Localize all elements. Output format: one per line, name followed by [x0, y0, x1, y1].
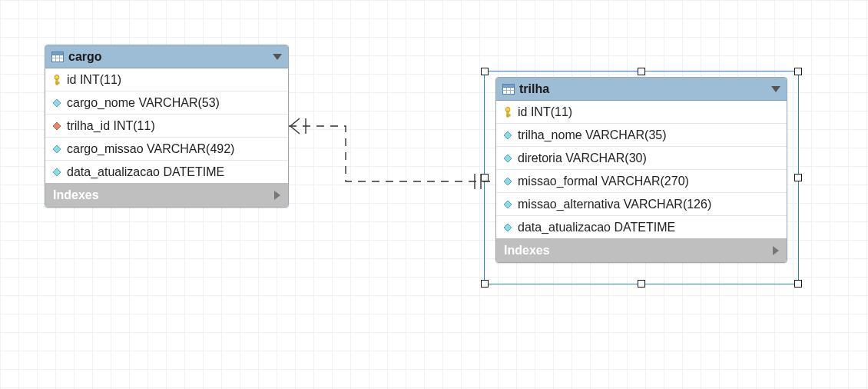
resize-handle-e[interactable]	[794, 174, 802, 181]
cargo-column-row[interactable]: id INT(11)	[45, 68, 288, 91]
svg-rect-1	[52, 52, 64, 55]
svg-rect-7	[56, 82, 59, 84]
entity-cargo-columns: id INT(11)cargo_nome VARCHAR(53)trilha_i…	[45, 68, 288, 184]
column-icon	[502, 176, 513, 187]
trilha-column-row[interactable]: diretoria VARCHAR(30)	[496, 147, 787, 170]
column-label: trilha_nome VARCHAR(35)	[518, 128, 780, 142]
entity-cargo-header[interactable]: cargo	[45, 45, 288, 68]
resize-handle-se[interactable]	[794, 280, 802, 288]
column-icon	[502, 222, 513, 233]
collapse-icon[interactable]	[771, 86, 780, 92]
trilha-column-row[interactable]: missao_formal VARCHAR(270)	[496, 170, 787, 193]
primary-key-icon	[51, 75, 62, 85]
resize-handle-sw[interactable]	[481, 280, 489, 288]
column-label: id INT(11)	[518, 105, 780, 119]
svg-marker-9	[53, 122, 61, 130]
table-icon	[502, 84, 515, 95]
foreign-key-icon	[51, 121, 62, 131]
svg-rect-19	[507, 115, 510, 116]
cargo-column-row[interactable]: cargo_missao VARCHAR(492)	[45, 138, 288, 161]
column-label: trilha_id INT(11)	[67, 119, 282, 133]
svg-marker-8	[53, 99, 61, 107]
expand-icon	[274, 191, 280, 200]
table-icon	[51, 52, 64, 62]
indexes-label: Indexes	[53, 188, 99, 202]
expand-icon	[773, 246, 779, 255]
column-label: data_atualizacao DATETIME	[67, 165, 282, 179]
svg-marker-22	[504, 178, 512, 185]
column-icon	[502, 153, 513, 164]
column-icon	[51, 98, 62, 108]
column-label: data_atualizacao DATETIME	[518, 221, 780, 234]
column-label: missao_alternativa VARCHAR(126)	[518, 198, 780, 211]
entity-cargo-indexes[interactable]: Indexes	[45, 184, 288, 207]
entity-trilha-columns: id INT(11)trilha_nome VARCHAR(35)diretor…	[496, 101, 787, 239]
resize-handle-n[interactable]	[638, 68, 645, 75]
svg-marker-20	[504, 131, 512, 139]
column-label: cargo_missao VARCHAR(492)	[67, 142, 282, 156]
svg-marker-10	[53, 145, 61, 153]
entity-trilha-indexes[interactable]: Indexes	[496, 239, 787, 262]
svg-marker-11	[53, 168, 61, 176]
column-icon	[51, 144, 62, 155]
indexes-label: Indexes	[504, 244, 550, 258]
erd-canvas[interactable]: cargo id INT(11)cargo_nome VARCHAR(53)tr…	[0, 0, 868, 389]
entity-trilha[interactable]: trilha id INT(11)trilha_nome VARCHAR(35)…	[495, 77, 787, 263]
cargo-column-row[interactable]: cargo_nome VARCHAR(53)	[45, 91, 288, 115]
resize-handle-ne[interactable]	[794, 68, 802, 75]
cargo-column-row[interactable]: trilha_id INT(11)	[45, 115, 288, 138]
column-label: id INT(11)	[67, 73, 282, 87]
trilha-column-row[interactable]: data_atualizacao DATETIME	[496, 216, 787, 239]
column-icon	[502, 199, 513, 210]
entity-cargo[interactable]: cargo id INT(11)cargo_nome VARCHAR(53)tr…	[45, 45, 289, 208]
column-icon	[51, 167, 62, 178]
collapse-icon[interactable]	[273, 54, 282, 60]
primary-key-icon	[502, 107, 513, 118]
column-icon	[502, 130, 513, 141]
resize-handle-w[interactable]	[481, 174, 489, 181]
entity-cargo-title: cargo	[68, 50, 268, 64]
entity-trilha-header[interactable]: trilha	[496, 78, 787, 101]
trilha-column-row[interactable]: trilha_nome VARCHAR(35)	[496, 124, 787, 147]
column-label: cargo_nome VARCHAR(53)	[67, 96, 282, 110]
column-label: diretoria VARCHAR(30)	[518, 151, 780, 165]
resize-handle-s[interactable]	[638, 280, 645, 288]
svg-marker-21	[504, 155, 512, 162]
cargo-column-row[interactable]: data_atualizacao DATETIME	[45, 161, 288, 184]
svg-marker-24	[504, 224, 512, 231]
resize-handle-nw[interactable]	[481, 68, 489, 75]
trilha-column-row[interactable]: id INT(11)	[496, 101, 787, 124]
svg-rect-13	[503, 84, 515, 87]
column-label: missao_formal VARCHAR(270)	[518, 175, 780, 188]
trilha-column-row[interactable]: missao_alternativa VARCHAR(126)	[496, 193, 787, 216]
entity-trilha-title: trilha	[519, 82, 767, 96]
svg-marker-23	[504, 201, 512, 208]
